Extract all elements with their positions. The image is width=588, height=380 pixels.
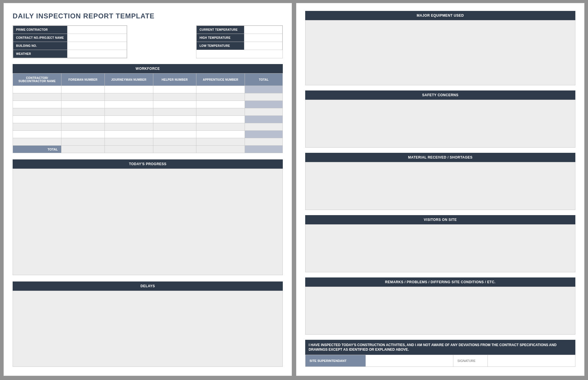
workforce-header: WORKFORCE [13, 64, 283, 73]
table-cell[interactable] [61, 86, 105, 93]
workforce-total-foreman [61, 146, 105, 153]
table-cell[interactable] [153, 86, 196, 93]
workforce-total-label: TOTAL [13, 146, 61, 153]
table-cell[interactable] [61, 131, 105, 138]
label-signature: SIGNATURE [453, 355, 488, 367]
field-contract-no[interactable] [67, 34, 127, 42]
table-cell[interactable] [13, 116, 61, 123]
two-page-spread: DAILY INSPECTION REPORT TEMPLATE PRIME C… [0, 0, 588, 380]
table-cell[interactable] [245, 101, 283, 108]
remarks-section: REMARKS / PROBLEMS / DIFFERING SITE COND… [305, 277, 575, 335]
table-cell[interactable] [153, 101, 196, 108]
table-cell[interactable] [105, 138, 153, 146]
col-foreman: FOREMAN NUMBER [61, 74, 105, 86]
table-cell[interactable] [105, 131, 153, 138]
table-cell[interactable] [105, 93, 153, 101]
table-cell[interactable] [105, 86, 153, 93]
table-row [13, 108, 283, 116]
label-prime-contractor: PRIME CONTRACTOR [13, 26, 67, 34]
material-body[interactable] [305, 162, 575, 210]
table-cell[interactable] [196, 138, 245, 146]
table-cell[interactable] [61, 116, 105, 123]
table-cell[interactable] [105, 108, 153, 116]
table-cell[interactable] [196, 101, 245, 108]
workforce-total-apprentice [196, 146, 245, 153]
table-cell[interactable] [196, 93, 245, 101]
table-cell[interactable] [61, 108, 105, 116]
table-cell[interactable] [153, 138, 196, 146]
meta-right: CURRENT TEMPERATURE HIGH TEMPERATURE LOW… [196, 25, 283, 58]
visitors-body[interactable] [305, 224, 575, 272]
meta-row: PRIME CONTRACTOR CONTRACT NO./PROJECT NA… [13, 25, 283, 58]
safety-header: SAFETY CONCERNS [305, 90, 575, 100]
table-cell[interactable] [153, 116, 196, 123]
safety-section: SAFETY CONCERNS [305, 90, 575, 148]
table-cell[interactable] [196, 108, 245, 116]
workforce-total-row: TOTAL [13, 146, 283, 153]
visitors-section: VISITORS ON SITE [305, 215, 575, 272]
page-2: MAJOR EQUIPMENT USED SAFETY CONCERNS MAT… [296, 3, 585, 376]
delays-body[interactable] [13, 291, 283, 367]
table-cell[interactable] [61, 138, 105, 146]
table-row [13, 116, 283, 123]
workforce-total-journeyman [105, 146, 153, 153]
field-site-superintendant[interactable] [366, 355, 453, 367]
workforce-total-helper [153, 146, 196, 153]
signature-row: SITE SUPERINTENDANT SIGNATURE [305, 355, 575, 367]
safety-body[interactable] [305, 100, 575, 148]
table-cell[interactable] [245, 131, 283, 138]
table-cell[interactable] [245, 138, 283, 146]
table-cell[interactable] [245, 86, 283, 93]
col-contractor: CONTRACTOR/ SUBCONTRACTOR NAME [13, 74, 61, 86]
table-cell[interactable] [105, 101, 153, 108]
field-high-temp[interactable] [244, 34, 283, 42]
field-weather[interactable] [67, 50, 127, 58]
table-cell[interactable] [105, 116, 153, 123]
table-row [13, 123, 283, 131]
table-cell[interactable] [13, 101, 61, 108]
table-cell[interactable] [196, 86, 245, 93]
table-cell[interactable] [13, 108, 61, 116]
major-equipment-body[interactable] [305, 20, 575, 85]
table-cell[interactable] [61, 123, 105, 131]
table-row [13, 93, 283, 101]
table-cell[interactable] [196, 116, 245, 123]
table-cell[interactable] [245, 108, 283, 116]
table-cell[interactable] [61, 101, 105, 108]
table-cell[interactable] [153, 123, 196, 131]
certification-statement: I HAVE INSPECTED TODAY'S CONSTRUCTION AC… [305, 340, 575, 355]
table-cell[interactable] [13, 138, 61, 146]
progress-header: TODAY'S PROGRESS [13, 159, 283, 169]
field-building-no[interactable] [67, 42, 127, 50]
remarks-header: REMARKS / PROBLEMS / DIFFERING SITE COND… [305, 277, 575, 287]
table-cell[interactable] [196, 131, 245, 138]
label-weather: WEATHER [13, 50, 67, 58]
table-cell[interactable] [245, 116, 283, 123]
field-low-temp[interactable] [244, 42, 283, 50]
remarks-body[interactable] [305, 287, 575, 335]
delays-header: DELAYS [13, 281, 283, 291]
table-cell[interactable] [153, 108, 196, 116]
table-cell[interactable] [61, 93, 105, 101]
table-cell[interactable] [13, 86, 61, 93]
workforce-grand-total [245, 146, 283, 153]
label-current-temp: CURRENT TEMPERATURE [196, 26, 244, 34]
meta-left: PRIME CONTRACTOR CONTRACT NO./PROJECT NA… [13, 25, 127, 58]
table-cell[interactable] [153, 93, 196, 101]
progress-body[interactable] [13, 169, 283, 275]
workforce-header-row: CONTRACTOR/ SUBCONTRACTOR NAME FOREMAN N… [13, 74, 283, 86]
label-low-temp: LOW TEMPERATURE [196, 42, 244, 50]
table-cell[interactable] [13, 123, 61, 131]
major-equipment-section: MAJOR EQUIPMENT USED [305, 11, 575, 85]
field-prime-contractor[interactable] [67, 26, 127, 34]
workforce-section: WORKFORCE CONTRACTOR/ SUBCONTRACTOR NAME… [13, 64, 283, 153]
table-cell[interactable] [13, 131, 61, 138]
table-cell[interactable] [13, 93, 61, 101]
table-cell[interactable] [245, 123, 283, 131]
table-cell[interactable] [196, 123, 245, 131]
table-cell[interactable] [245, 93, 283, 101]
field-signature[interactable] [488, 355, 575, 367]
table-cell[interactable] [105, 123, 153, 131]
field-current-temp[interactable] [244, 26, 283, 34]
table-cell[interactable] [153, 131, 196, 138]
